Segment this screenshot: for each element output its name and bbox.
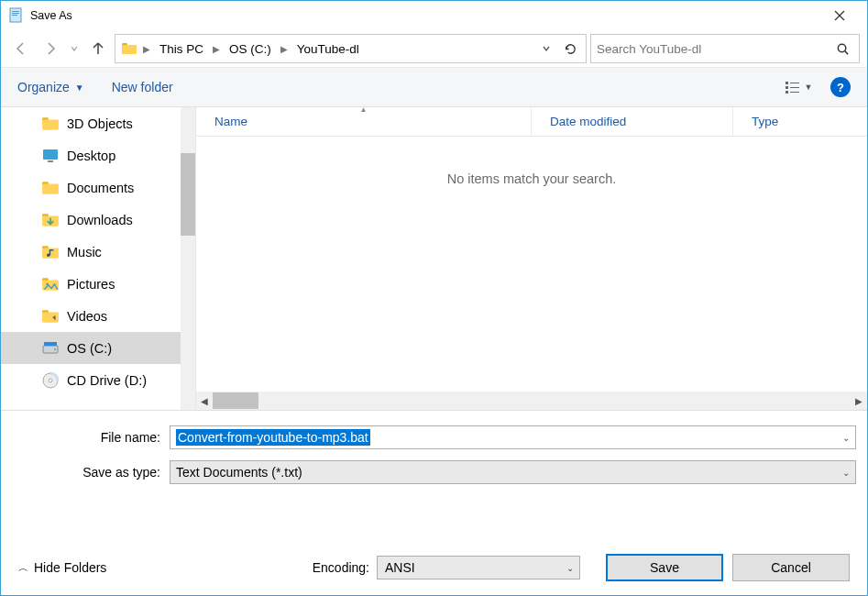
bottom-bar: ︿ Hide Folders Encoding: ANSI ⌄ Save Can… xyxy=(2,541,866,594)
breadcrumb-this-pc[interactable]: This PC xyxy=(154,35,209,62)
navigation-pane: 3D ObjectsDesktopDocumentsDownloadsMusic… xyxy=(1,107,195,410)
sidebar-item-downloads[interactable]: Downloads xyxy=(1,204,184,236)
svg-rect-32 xyxy=(45,315,52,320)
cancel-button[interactable]: Cancel xyxy=(732,554,850,581)
svg-point-8 xyxy=(838,44,845,51)
recent-dropdown-icon[interactable] xyxy=(67,36,82,61)
sidebar-item-3d-objects[interactable]: 3D Objects xyxy=(1,107,184,139)
filename-label: File name: xyxy=(12,430,170,445)
dropdown-icon[interactable]: ⌄ xyxy=(566,563,574,573)
sidebar-item-label: Documents xyxy=(67,181,134,195)
forward-button[interactable] xyxy=(38,36,63,61)
folder-icon xyxy=(119,39,139,59)
horizontal-scrollbar[interactable]: ◀ ▶ xyxy=(196,392,867,410)
column-header-date[interactable]: Date modified xyxy=(531,107,732,136)
svg-rect-18 xyxy=(43,149,58,160)
svg-rect-19 xyxy=(48,160,53,162)
filename-input[interactable]: Convert-from-youtube-to-mp3.bat ⌄ xyxy=(170,425,856,449)
new-folder-label: New folder xyxy=(112,80,173,94)
column-header-name[interactable]: ▲ Name xyxy=(196,107,531,136)
app-icon xyxy=(8,7,25,24)
sidebar-item-documents[interactable]: Documents xyxy=(1,171,184,204)
address-dropdown-icon[interactable] xyxy=(536,36,556,61)
sidebar-item-label: CD Drive (D:) xyxy=(67,373,147,388)
address-bar[interactable]: ▶ This PC ▶ OS (C:) ▶ YouTube-dl xyxy=(115,34,587,63)
downloads-icon xyxy=(41,211,60,229)
savetype-value: Text Documents (*.txt) xyxy=(176,465,302,480)
chevron-up-icon: ︿ xyxy=(18,561,28,575)
sidebar-item-label: Desktop xyxy=(67,149,115,163)
sidebar-item-os-c-[interactable]: OS (C:) xyxy=(1,332,184,364)
savetype-select[interactable]: Text Documents (*.txt) ⌄ xyxy=(170,460,856,484)
svg-rect-11 xyxy=(790,83,799,83)
encoding-label: Encoding: xyxy=(313,560,377,575)
save-button[interactable]: Save xyxy=(606,554,723,581)
sidebar-item-label: Videos xyxy=(67,309,107,324)
sidebar-item-label: Music xyxy=(67,245,102,259)
hide-folders-label: Hide Folders xyxy=(34,560,106,575)
caret-down-icon: ▼ xyxy=(805,83,813,92)
svg-rect-35 xyxy=(49,342,52,346)
scrollbar-thumb[interactable] xyxy=(213,392,258,409)
hide-folders-button[interactable]: ︿ Hide Folders xyxy=(18,560,106,575)
scrollbar-thumb[interactable] xyxy=(181,153,195,236)
close-button[interactable] xyxy=(819,1,860,30)
scroll-right-icon[interactable]: ▶ xyxy=(851,392,867,409)
search-icon[interactable] xyxy=(831,38,853,60)
sidebar-item-label: OS (C:) xyxy=(67,341,112,356)
breadcrumb-folder[interactable]: YouTube-dl xyxy=(291,35,365,62)
svg-rect-15 xyxy=(790,92,799,93)
scrollbar-track[interactable] xyxy=(213,392,851,409)
svg-point-39 xyxy=(49,379,52,382)
refresh-button[interactable] xyxy=(558,36,582,61)
chevron-right-icon[interactable]: ▶ xyxy=(279,44,290,54)
save-form: File name: Convert-from-youtube-to-mp3.b… xyxy=(1,410,867,502)
sidebar-item-cd-drive-d-[interactable]: CD Drive (D:) xyxy=(1,364,184,396)
new-folder-button[interactable]: New folder xyxy=(112,80,173,94)
sidebar-scrollbar[interactable] xyxy=(181,107,195,410)
search-box[interactable] xyxy=(590,34,860,63)
svg-rect-14 xyxy=(786,91,788,94)
sort-ascending-icon: ▲ xyxy=(360,105,368,114)
sidebar-item-videos[interactable]: Videos xyxy=(1,300,184,332)
help-button[interactable]: ? xyxy=(830,77,851,97)
breadcrumb-drive[interactable]: OS (C:) xyxy=(224,35,277,62)
sidebar-item-label: 3D Objects xyxy=(67,116,133,131)
titlebar: Save As xyxy=(1,1,867,30)
desktop-icon xyxy=(41,147,60,165)
svg-line-9 xyxy=(844,50,847,53)
navigation-toolbar: ▶ This PC ▶ OS (C:) ▶ YouTube-dl xyxy=(1,30,867,67)
filename-value: Convert-from-youtube-to-mp3.bat xyxy=(176,429,370,446)
caret-down-icon: ▼ xyxy=(75,83,84,93)
up-button[interactable] xyxy=(85,36,111,61)
search-input[interactable] xyxy=(597,42,831,56)
sidebar-item-pictures[interactable]: Pictures xyxy=(1,268,184,300)
chevron-right-icon[interactable]: ▶ xyxy=(211,44,222,54)
svg-rect-12 xyxy=(786,86,788,89)
encoding-select[interactable]: ANSI ⌄ xyxy=(377,556,580,579)
sidebar-item-music[interactable]: Music xyxy=(1,236,184,268)
svg-rect-1 xyxy=(12,11,19,12)
svg-point-37 xyxy=(54,348,56,350)
organize-button[interactable]: Organize ▼ xyxy=(17,80,84,94)
column-headers: ▲ Name Date modified Type xyxy=(196,107,867,137)
column-header-type[interactable]: Type xyxy=(732,107,867,136)
chevron-right-icon[interactable]: ▶ xyxy=(141,44,152,54)
svg-rect-21 xyxy=(42,183,59,193)
scroll-left-icon[interactable]: ◀ xyxy=(196,392,213,409)
music-icon xyxy=(41,243,60,261)
window-title: Save As xyxy=(30,9,72,22)
encoding-value: ANSI xyxy=(385,560,415,575)
command-bar: Organize ▼ New folder ▼ ? xyxy=(1,67,867,107)
svg-rect-17 xyxy=(42,119,59,129)
svg-rect-3 xyxy=(12,15,17,16)
drive-icon xyxy=(41,339,60,358)
cd-icon xyxy=(41,371,60,390)
svg-rect-10 xyxy=(786,82,788,84)
view-options-button[interactable]: ▼ xyxy=(783,75,814,99)
dropdown-icon[interactable]: ⌄ xyxy=(842,433,850,443)
dropdown-icon[interactable]: ⌄ xyxy=(842,468,850,478)
sidebar-item-label: Downloads xyxy=(67,213,133,227)
sidebar-item-desktop[interactable]: Desktop xyxy=(1,139,184,171)
back-button[interactable] xyxy=(8,36,34,61)
